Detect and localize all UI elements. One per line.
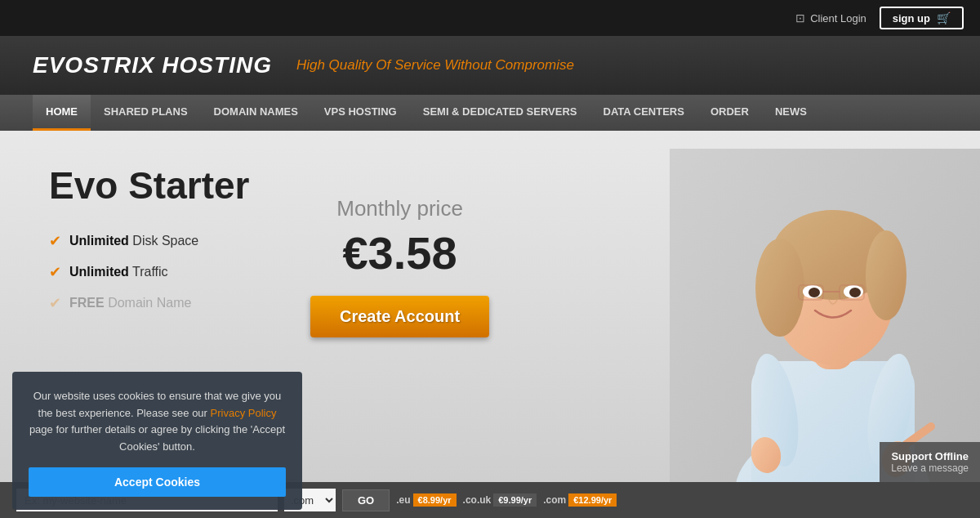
nav-shared-plans[interactable]: SHARED PLANS (91, 95, 201, 131)
tld-com-name: .com (543, 494, 566, 506)
hero-title: Evo Starter (49, 163, 931, 208)
tld-com-badge: .com €12.99/yr (543, 493, 617, 507)
check-icon-1: ✔ (49, 232, 61, 250)
support-chat-widget[interactable]: Support Offline Leave a message (880, 442, 980, 482)
accept-cookies-button[interactable]: Accept Cookies (29, 467, 286, 497)
cookie-banner: Our website uses cookies to ensure that … (12, 372, 302, 510)
client-login-label: Client Login (810, 12, 866, 25)
nav-semi-dedicated[interactable]: SEMI & DEDICATED SERVERS (410, 95, 590, 131)
feature-domain-text: Domain Name (108, 296, 191, 310)
hero-section: Evo Starter ✔ Unlimited Disk Space ✔ Unl… (0, 131, 980, 518)
feature-domain: ✔ FREE Domain Name (49, 294, 931, 312)
signup-button[interactable]: sign up 🛒 (880, 7, 964, 29)
main-nav: HOME SHARED PLANS DOMAIN NAMES VPS HOSTI… (0, 95, 980, 131)
nav-vps-hosting[interactable]: VPS HOSTING (311, 95, 410, 131)
check-icon-3: ✔ (49, 294, 61, 312)
privacy-policy-link[interactable]: Privacy Policy (211, 407, 277, 419)
tagline: High Quality Of Service Without Compromi… (296, 57, 574, 74)
nav-home[interactable]: HOME (33, 95, 91, 131)
tld-eu-name: .eu (396, 494, 410, 506)
tld-eu-badge: .eu €8.99/yr (396, 493, 456, 507)
tld-com-price: €12.99/yr (568, 493, 617, 507)
tld-eu-price: €8.99/yr (413, 493, 457, 507)
logo: EVOSTRIX HOSTING (33, 52, 272, 78)
header: EVOSTRIX HOSTING High Quality Of Service… (0, 36, 980, 95)
check-icon-2: ✔ (49, 263, 61, 281)
feature-domain-bold: FREE (69, 296, 105, 310)
feature-traffic: ✔ Unlimited Traffic (49, 263, 931, 281)
tld-couk-name: .co.uk (463, 494, 492, 506)
support-subtitle: Leave a message (891, 462, 969, 474)
feature-disk-text: Disk Space (132, 234, 198, 248)
feature-traffic-bold: Unlimited (69, 265, 129, 279)
nav-data-centers[interactable]: DATA CENTERS (590, 95, 697, 131)
login-icon: ⊡ (795, 11, 805, 25)
go-button[interactable]: GO (342, 489, 390, 511)
tld-couk-price: €9.99/yr (493, 493, 537, 507)
feature-traffic-text: Traffic (132, 265, 168, 279)
feature-disk: ✔ Unlimited Disk Space (49, 232, 931, 250)
client-login-button[interactable]: ⊡ Client Login (795, 11, 866, 25)
nav-domain-names[interactable]: DOMAIN NAMES (201, 95, 311, 131)
nav-news[interactable]: NEWS (762, 95, 820, 131)
nav-order[interactable]: ORDER (697, 95, 762, 131)
top-bar: ⊡ Client Login sign up 🛒 (0, 0, 980, 36)
support-title: Support Offline (891, 450, 969, 462)
feature-disk-bold: Unlimited (69, 234, 129, 248)
cookie-text: Our website uses cookies to ensure that … (29, 388, 286, 456)
tld-couk-badge: .co.uk €9.99/yr (463, 493, 537, 507)
cart-icon: 🛒 (937, 11, 951, 25)
signup-label: sign up (893, 12, 930, 25)
cookie-text-after: page for further details or agree by cli… (29, 423, 285, 453)
